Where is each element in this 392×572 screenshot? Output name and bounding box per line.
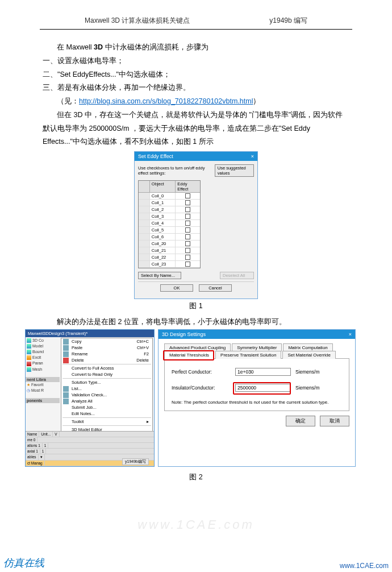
footer-url: www.1CAE.com bbox=[340, 562, 389, 570]
menu-item-label: Rename bbox=[72, 351, 87, 357]
table-row: Coil_23 bbox=[139, 261, 200, 268]
eddy-checkbox[interactable] bbox=[185, 248, 190, 253]
paragraph-1: 在 Maxwell 3D 中计永磁体的涡流损耗，步骤为 bbox=[43, 41, 349, 55]
paragraph-2: 但在 3D 中，存在这一个关键点，就是将软件认为是导体的 "门槛电导率"调低，因… bbox=[43, 109, 349, 149]
cancel-button[interactable]: Cancel bbox=[199, 284, 232, 292]
menu-item-label: Convert to Read Only bbox=[72, 372, 112, 377]
menu-item[interactable]: Validation Check... bbox=[61, 392, 152, 398]
eddy-checkbox[interactable] bbox=[185, 227, 190, 233]
perfect-conductor-label: Perfect Conductor: bbox=[172, 369, 231, 375]
step-2: 二、"Set EddyEffects..."中勾选永磁体； bbox=[43, 68, 349, 82]
header-rule bbox=[40, 29, 352, 30]
select-by-name-button[interactable]: Select By Name... bbox=[138, 272, 181, 279]
column-object: Object bbox=[150, 181, 176, 192]
table-row: Coil_1 bbox=[139, 200, 200, 206]
deselect-all-button[interactable]: Deselect All bbox=[220, 272, 254, 279]
close-icon[interactable]: × bbox=[251, 154, 254, 159]
table-row: Coil_3 bbox=[139, 213, 200, 220]
ok-button[interactable]: OK bbox=[160, 284, 193, 292]
column-eddy-effect: Eddy Effect bbox=[176, 181, 200, 192]
menu-item-label: Toolkit bbox=[72, 419, 84, 424]
eddy-checkbox[interactable] bbox=[185, 214, 190, 219]
menu-item[interactable]: List... bbox=[61, 386, 152, 392]
eddy-checkbox[interactable] bbox=[185, 255, 190, 260]
paste-icon bbox=[63, 345, 69, 351]
analyze-icon bbox=[63, 399, 69, 404]
rename-icon bbox=[63, 351, 69, 357]
unit-label: Siemens/m bbox=[295, 385, 320, 391]
menu-item-label: Submit Job... bbox=[72, 405, 97, 410]
project-tree: 3D Co Model Bound Excit Paran Mesh nent … bbox=[26, 338, 60, 403]
unit-label: Siemens/m bbox=[295, 369, 320, 375]
menu-item[interactable]: RenameF2 bbox=[61, 351, 152, 357]
table-row: Coil_4 bbox=[139, 220, 200, 227]
paragraph-3: 解决的办法是在图 2 位置，将电导率调低，小于永磁体的电导率即可。 bbox=[43, 316, 349, 329]
menu-item-label: Solution Type... bbox=[72, 380, 101, 385]
tab-matrix-computation[interactable]: Matrix Computation bbox=[283, 343, 332, 351]
list-icon bbox=[63, 386, 69, 392]
dialog2-title: 3D Design Settings bbox=[162, 331, 206, 337]
footer-brand: 仿真在线 bbox=[3, 556, 44, 570]
menu-item[interactable]: Analyze All bbox=[61, 398, 152, 404]
eddy-checkbox[interactable] bbox=[185, 221, 190, 226]
dialog-title: Set Eddy Effect bbox=[138, 154, 173, 159]
design-settings-dialog: 3D Design Settings × Advanced Product Co… bbox=[158, 329, 356, 467]
reference-line: （见：http://blog.sina.com.cn/s/blog_701822… bbox=[43, 95, 349, 109]
reference-link[interactable]: http://blog.sina.com.cn/s/blog_701822780… bbox=[79, 97, 253, 105]
watermark-label: y1949b编写 bbox=[122, 458, 149, 465]
table-row: Coil_5 bbox=[139, 227, 200, 234]
perfect-conductor-input[interactable] bbox=[235, 368, 291, 376]
tab-set-material-override[interactable]: Set Material Override bbox=[282, 351, 336, 359]
page-title: Maxwell 3D 计算永磁体损耗关键点 bbox=[85, 16, 190, 26]
menu-item-label: Convert to Full Access bbox=[72, 366, 114, 371]
figure-1-label: 图 1 bbox=[0, 301, 392, 311]
design-tree-title: Maxwell3DDesign3 (Transient)* bbox=[26, 330, 154, 337]
tab-symmetry-multiplier[interactable]: Symmetry Multiplier bbox=[232, 343, 282, 351]
menu-item-label: Copy bbox=[72, 339, 82, 344]
menu-item[interactable]: Convert to Full Access bbox=[61, 365, 152, 371]
delete-icon bbox=[63, 358, 69, 363]
eddy-checkbox[interactable] bbox=[185, 200, 190, 205]
step-1: 一、设置永磁体电导率； bbox=[43, 55, 349, 68]
menu-item-label: Validation Check... bbox=[72, 392, 107, 397]
copy-icon bbox=[63, 339, 69, 345]
ok-button[interactable]: 确定 bbox=[286, 416, 315, 426]
check-icon bbox=[63, 392, 69, 398]
menu-item[interactable]: Solution Type... bbox=[61, 379, 152, 386]
menu-item[interactable]: CopyCtrl+C bbox=[61, 338, 152, 345]
menu-item[interactable]: Submit Job... bbox=[61, 404, 152, 411]
menu-item-label: Delete bbox=[72, 358, 84, 363]
eddy-checkbox[interactable] bbox=[185, 262, 190, 267]
table-row: Coil_6 bbox=[139, 234, 200, 241]
eddy-checkbox[interactable] bbox=[185, 207, 190, 212]
menu-item[interactable]: Convert to Read Only bbox=[61, 371, 152, 378]
menu-item-label: Paste bbox=[72, 345, 82, 350]
insulator-conductor-label: Insulator/Conductor: bbox=[172, 385, 231, 391]
menu-item-label: Export Equivalent Circuit bbox=[72, 466, 118, 467]
use-suggested-button[interactable]: Use suggested values bbox=[215, 164, 254, 177]
menu-item-label: List... bbox=[72, 386, 82, 391]
context-menu-screenshot: Maxwell3DDesign3 (Transient)* 3D Co Mode… bbox=[25, 329, 155, 467]
table-row: Coil_21 bbox=[139, 247, 200, 254]
table-row: Coil_22 bbox=[139, 254, 200, 261]
eddy-checkbox[interactable] bbox=[185, 193, 190, 198]
menu-item-label: Analyze All bbox=[72, 399, 93, 404]
set-eddy-effect-dialog: Set Eddy Effect × Use checkboxes to turn… bbox=[134, 151, 258, 299]
hint-label: Use checkboxes to turn on/off eddy effec… bbox=[138, 165, 215, 176]
figure-2-label: 图 2 bbox=[0, 472, 392, 482]
menu-item[interactable]: Edit Notes... bbox=[61, 411, 152, 417]
table-row: Coil_20 bbox=[139, 241, 200, 247]
close-icon[interactable]: × bbox=[349, 331, 352, 337]
step-3: 三、若是有永磁体分块，再加一个绝缘边界。 bbox=[43, 81, 349, 95]
note-text: Note: The perfect conductor threshold is… bbox=[172, 400, 342, 405]
table-row: Coil_0 bbox=[139, 193, 200, 200]
menu-item[interactable]: DeleteDelete bbox=[61, 357, 152, 363]
tab-preserve-transient[interactable]: Preserve Transient Solution bbox=[215, 351, 281, 359]
tab-material-thresholds[interactable]: Material Thresholds bbox=[164, 351, 214, 359]
menu-item[interactable]: PasteCtrl+V bbox=[61, 345, 152, 351]
eddy-checkbox[interactable] bbox=[185, 234, 190, 239]
cancel-button[interactable]: 取消 bbox=[320, 416, 349, 426]
page-author: y1949b 编写 bbox=[269, 16, 307, 26]
eddy-checkbox[interactable] bbox=[185, 241, 190, 246]
menu-item[interactable]: Toolkit▸ bbox=[61, 418, 152, 425]
